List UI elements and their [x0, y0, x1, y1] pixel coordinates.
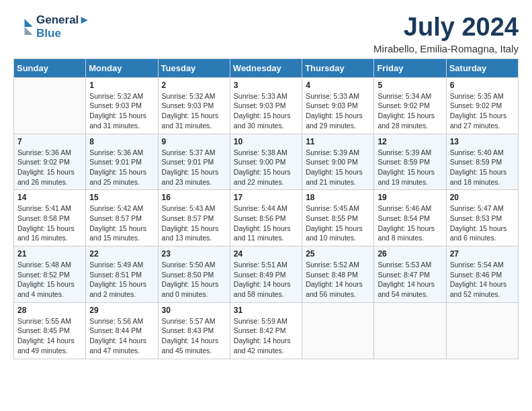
day-number: 19: [378, 193, 442, 202]
calendar-cell: 29Sunrise: 5:56 AMSunset: 8:44 PMDayligh…: [86, 302, 158, 359]
weekday-header-sunday: Sunday: [14, 58, 86, 77]
logo-icon: [13, 17, 34, 37]
day-number: 13: [450, 137, 515, 146]
calendar-cell: [14, 77, 86, 134]
calendar-cell: 18Sunrise: 5:45 AMSunset: 8:55 PMDayligh…: [302, 190, 374, 246]
day-info: Sunrise: 5:32 AMSunset: 9:03 PMDaylight:…: [89, 91, 154, 131]
day-info: Sunrise: 5:36 AMSunset: 9:02 PMDaylight:…: [17, 148, 82, 187]
calendar-cell: 22Sunrise: 5:49 AMSunset: 8:51 PMDayligh…: [86, 246, 158, 303]
day-info: Sunrise: 5:33 AMSunset: 9:03 PMDaylight:…: [234, 91, 298, 131]
logo-text: General► Blue: [36, 13, 90, 40]
svg-marker-1: [25, 27, 33, 35]
day-info: Sunrise: 5:32 AMSunset: 9:03 PMDaylight:…: [162, 91, 226, 131]
calendar-cell: 21Sunrise: 5:48 AMSunset: 8:52 PMDayligh…: [14, 246, 86, 303]
day-info: Sunrise: 5:59 AMSunset: 8:42 PMDaylight:…: [234, 316, 298, 356]
calendar-cell: 4Sunrise: 5:33 AMSunset: 9:03 PMDaylight…: [302, 77, 374, 134]
day-info: Sunrise: 5:46 AMSunset: 8:54 PMDaylight:…: [378, 203, 442, 243]
day-number: 21: [17, 249, 82, 259]
day-number: 8: [89, 137, 154, 146]
day-number: 31: [234, 306, 298, 315]
day-info: Sunrise: 5:48 AMSunset: 8:52 PMDaylight:…: [17, 260, 82, 300]
day-info: Sunrise: 5:43 AMSunset: 8:57 PMDaylight:…: [162, 203, 226, 243]
calendar-cell: 15Sunrise: 5:42 AMSunset: 8:57 PMDayligh…: [86, 190, 158, 246]
logo: General► Blue: [13, 13, 90, 40]
day-number: 5: [378, 81, 442, 90]
calendar-cell: 24Sunrise: 5:51 AMSunset: 8:49 PMDayligh…: [230, 246, 302, 303]
day-number: 28: [17, 306, 82, 315]
calendar-cell: [446, 302, 518, 359]
day-info: Sunrise: 5:44 AMSunset: 8:56 PMDaylight:…: [234, 203, 298, 243]
calendar-cell: 12Sunrise: 5:39 AMSunset: 8:59 PMDayligh…: [374, 134, 446, 190]
day-info: Sunrise: 5:37 AMSunset: 9:01 PMDaylight:…: [162, 148, 226, 187]
calendar-cell: 1Sunrise: 5:32 AMSunset: 9:03 PMDaylight…: [86, 77, 158, 134]
calendar-cell: 31Sunrise: 5:59 AMSunset: 8:42 PMDayligh…: [230, 302, 302, 359]
day-number: 15: [89, 193, 154, 202]
day-info: Sunrise: 5:39 AMSunset: 9:00 PMDaylight:…: [306, 148, 370, 187]
day-info: Sunrise: 5:38 AMSunset: 9:00 PMDaylight:…: [234, 148, 298, 187]
day-number: 25: [306, 249, 370, 259]
calendar-cell: 26Sunrise: 5:53 AMSunset: 8:47 PMDayligh…: [374, 246, 446, 303]
day-info: Sunrise: 5:40 AMSunset: 8:59 PMDaylight:…: [450, 148, 515, 187]
day-info: Sunrise: 5:45 AMSunset: 8:55 PMDaylight:…: [306, 203, 370, 243]
calendar-cell: 10Sunrise: 5:38 AMSunset: 9:00 PMDayligh…: [230, 134, 302, 190]
svg-marker-0: [25, 19, 33, 27]
day-number: 16: [162, 193, 226, 202]
day-info: Sunrise: 5:33 AMSunset: 9:03 PMDaylight:…: [306, 91, 370, 131]
weekday-header-tuesday: Tuesday: [158, 58, 230, 77]
day-info: Sunrise: 5:55 AMSunset: 8:45 PMDaylight:…: [17, 316, 82, 356]
calendar-cell: 5Sunrise: 5:34 AMSunset: 9:02 PMDaylight…: [374, 77, 446, 134]
day-info: Sunrise: 5:49 AMSunset: 8:51 PMDaylight:…: [89, 260, 154, 300]
day-info: Sunrise: 5:57 AMSunset: 8:43 PMDaylight:…: [162, 316, 226, 356]
day-info: Sunrise: 5:50 AMSunset: 8:50 PMDaylight:…: [162, 260, 226, 300]
day-number: 14: [17, 193, 82, 202]
day-info: Sunrise: 5:34 AMSunset: 9:02 PMDaylight:…: [378, 91, 442, 131]
day-number: 9: [162, 137, 226, 146]
day-info: Sunrise: 5:51 AMSunset: 8:49 PMDaylight:…: [234, 260, 298, 300]
location: Mirabello, Emilia-Romagna, Italy: [373, 43, 519, 54]
calendar-cell: 11Sunrise: 5:39 AMSunset: 9:00 PMDayligh…: [302, 134, 374, 190]
page-header: General► Blue July 2024 Mirabello, Emili…: [13, 13, 519, 54]
day-info: Sunrise: 5:53 AMSunset: 8:47 PMDaylight:…: [378, 260, 442, 300]
day-number: 2: [162, 81, 226, 90]
day-info: Sunrise: 5:54 AMSunset: 8:46 PMDaylight:…: [450, 260, 515, 300]
day-number: 24: [234, 249, 298, 259]
calendar-cell: 25Sunrise: 5:52 AMSunset: 8:48 PMDayligh…: [302, 246, 374, 303]
calendar-cell: 30Sunrise: 5:57 AMSunset: 8:43 PMDayligh…: [158, 302, 230, 359]
weekday-header-friday: Friday: [374, 58, 446, 77]
day-number: 11: [306, 137, 370, 146]
day-number: 12: [378, 137, 442, 146]
weekday-header-monday: Monday: [86, 58, 158, 77]
calendar-table: SundayMondayTuesdayWednesdayThursdayFrid…: [13, 58, 519, 359]
weekday-header-saturday: Saturday: [446, 58, 518, 77]
calendar-cell: 14Sunrise: 5:41 AMSunset: 8:58 PMDayligh…: [14, 190, 86, 246]
day-number: 29: [89, 306, 154, 315]
day-info: Sunrise: 5:52 AMSunset: 8:48 PMDaylight:…: [306, 260, 370, 300]
day-number: 1: [89, 81, 154, 90]
day-number: 18: [306, 193, 370, 202]
day-info: Sunrise: 5:41 AMSunset: 8:58 PMDaylight:…: [17, 203, 82, 243]
calendar-cell: 28Sunrise: 5:55 AMSunset: 8:45 PMDayligh…: [14, 302, 86, 359]
day-number: 20: [450, 193, 515, 202]
day-number: 3: [234, 81, 298, 90]
day-info: Sunrise: 5:56 AMSunset: 8:44 PMDaylight:…: [89, 316, 154, 356]
day-number: 17: [234, 193, 298, 202]
calendar-cell: 7Sunrise: 5:36 AMSunset: 9:02 PMDaylight…: [14, 134, 86, 190]
weekday-header-thursday: Thursday: [302, 58, 374, 77]
day-number: 23: [162, 249, 226, 259]
day-number: 30: [162, 306, 226, 315]
calendar-cell: 20Sunrise: 5:47 AMSunset: 8:53 PMDayligh…: [446, 190, 518, 246]
calendar-cell: 17Sunrise: 5:44 AMSunset: 8:56 PMDayligh…: [230, 190, 302, 246]
day-info: Sunrise: 5:39 AMSunset: 8:59 PMDaylight:…: [378, 148, 442, 187]
day-number: 26: [378, 249, 442, 259]
calendar-cell: [374, 302, 446, 359]
calendar-cell: [302, 302, 374, 359]
day-number: 27: [450, 249, 515, 259]
calendar-cell: 23Sunrise: 5:50 AMSunset: 8:50 PMDayligh…: [158, 246, 230, 303]
day-number: 6: [450, 81, 515, 90]
calendar-cell: 13Sunrise: 5:40 AMSunset: 8:59 PMDayligh…: [446, 134, 518, 190]
day-info: Sunrise: 5:47 AMSunset: 8:53 PMDaylight:…: [450, 203, 515, 243]
day-number: 22: [89, 249, 154, 259]
weekday-header-wednesday: Wednesday: [230, 58, 302, 77]
calendar-cell: 8Sunrise: 5:36 AMSunset: 9:01 PMDaylight…: [86, 134, 158, 190]
day-info: Sunrise: 5:35 AMSunset: 9:02 PMDaylight:…: [450, 91, 515, 131]
